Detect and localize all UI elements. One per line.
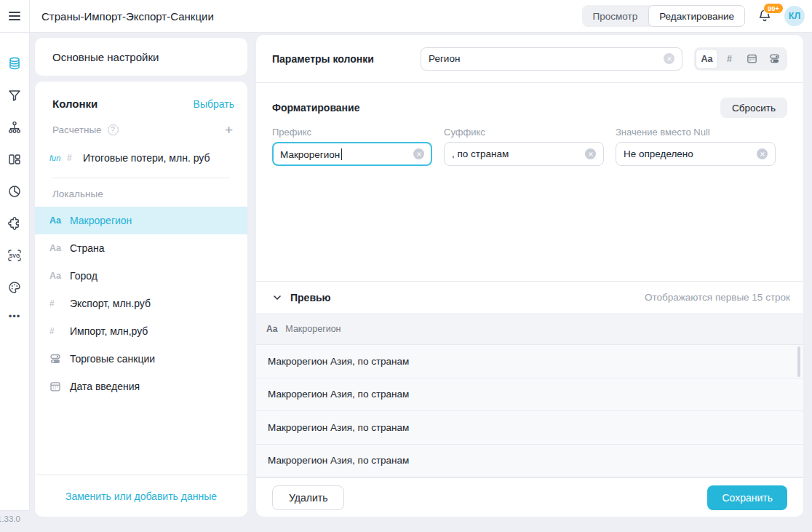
suffix-field: Суффикс , по странам [444, 127, 604, 166]
prefix-field: Префикс Макрорегион [272, 127, 432, 166]
calculated-label: Расчетные [52, 124, 102, 135]
column-item-label: Дата введения [70, 381, 140, 392]
formatting-header: Форматирование Сбросить [272, 98, 787, 118]
select-columns-link[interactable]: Выбрать [194, 98, 234, 110]
type-text-option[interactable]: Aa [696, 49, 718, 69]
text-type-icon: Aa [49, 271, 61, 281]
plugin-puzzle-icon[interactable] [0, 207, 30, 239]
general-settings-label: Основные настройки [52, 51, 159, 63]
column-item-label: Экспорт, млн.руб [70, 298, 151, 309]
type-date-option[interactable] [741, 49, 763, 69]
column-item-import[interactable]: # Импорт, млн,руб [35, 317, 247, 345]
number-type-icon: # [49, 326, 65, 336]
hamburger-menu-icon[interactable] [9, 12, 20, 20]
page-title: Страны-Импорт-Экспорт-Санкции [41, 10, 214, 23]
column-item-eksport[interactable]: # Экспорт, млн.руб [35, 290, 247, 317]
column-params-title: Параметры колонки [272, 53, 418, 65]
boolean-type-icon [49, 353, 67, 365]
reset-button[interactable]: Сбросить [720, 98, 787, 118]
preview-header: Превью Отображаются первые 15 строк [272, 282, 790, 313]
chevron-down-icon[interactable] [272, 293, 282, 303]
notification-badge: 99+ [763, 3, 784, 14]
preview-row: Макрорегион Азия, по странам [256, 445, 803, 478]
topbar-actions: Просмотр Редактирование 99+ КЛ [582, 5, 805, 27]
formatting-title: Форматирование [272, 102, 359, 114]
column-item-label: Импорт, млн,руб [70, 325, 148, 337]
dataset-icon[interactable] [0, 47, 30, 79]
column-name-input[interactable]: Регион [421, 47, 682, 71]
preview-row: Макрорегион Азия, по странам [256, 411, 803, 445]
calculated-section-row: Расчетные ? + [35, 110, 247, 137]
text-type-icon: Aa [49, 243, 61, 253]
preview-row: Макрорегион Азия, по странам [256, 345, 803, 378]
prefix-input[interactable]: Макрорегион [272, 142, 432, 166]
pie-chart-icon[interactable] [0, 175, 30, 207]
preview-table: Aa Макрорегион Макрорегион Азия, по стра… [256, 313, 803, 477]
more-tools-button[interactable]: ••• [9, 311, 21, 322]
number-type-icon: # [67, 153, 83, 163]
column-item-data-vvedeniya[interactable]: Дата введения [35, 373, 247, 400]
layout-icon[interactable] [0, 143, 30, 175]
preview-column-header: Aa Макрорегион [256, 313, 803, 345]
calculated-column-label: Итоговые потери, млн. руб [83, 152, 210, 164]
save-button[interactable]: Сохранить [707, 485, 787, 510]
preview-note: Отображаются первые 15 строк [645, 292, 790, 303]
general-settings-card[interactable]: Основные настройки [35, 38, 247, 76]
suffix-input[interactable]: , по странам [444, 142, 604, 166]
hierarchy-icon[interactable] [0, 111, 30, 143]
add-calculated-column-button[interactable]: + [225, 123, 233, 137]
view-mode-button[interactable]: Просмотр [582, 5, 649, 27]
clear-icon[interactable] [664, 53, 674, 64]
column-item-label: Макрорегион [70, 215, 132, 226]
null-value: Не определено [624, 148, 693, 159]
text-type-icon: Aa [49, 215, 61, 226]
columns-title: Колонки [52, 98, 97, 110]
prefix-value: Макрорегион [280, 148, 342, 160]
svg-text:SVG: SVG [9, 253, 20, 258]
user-avatar[interactable]: КЛ [784, 6, 805, 26]
columns-card: Колонки Выбрать Расчетные ? + fun # Итог… [35, 82, 247, 517]
clear-icon[interactable] [585, 148, 596, 159]
delete-button[interactable]: Удалить [272, 485, 344, 510]
null-value-field: Значение вместо Null Не определено [616, 127, 776, 166]
left-icon-rail: SVG ••• [0, 33, 30, 511]
formatting-fields: Префикс Макрорегион Суффикс , по странам… [272, 127, 776, 166]
null-value-input[interactable]: Не определено [616, 142, 776, 166]
top-bar: Страны-Импорт-Экспорт-Санкции Просмотр Р… [0, 0, 812, 33]
edit-mode-button[interactable]: Редактирование [648, 5, 745, 27]
preview-title: Превью [290, 292, 331, 303]
column-item-gorod[interactable]: Aa Город [35, 262, 247, 290]
column-item-label: Страна [70, 242, 105, 254]
filter-icon[interactable] [0, 79, 30, 111]
mode-switch: Просмотр Редактирование [582, 5, 746, 27]
type-number-option[interactable]: # [718, 49, 741, 69]
local-columns-label: Локальные [35, 178, 247, 207]
column-type-switch: Aa # [694, 47, 787, 71]
clear-icon[interactable] [413, 148, 424, 159]
calculated-column-item[interactable]: fun # Итоговые потери, млн. руб [35, 144, 247, 172]
help-icon[interactable]: ? [108, 124, 119, 135]
text-cursor [341, 148, 342, 160]
formula-icon: fun [49, 154, 67, 162]
column-item-sankcii[interactable]: Торговые санкции [35, 345, 247, 373]
palette-icon[interactable] [0, 271, 30, 303]
replace-data-row[interactable]: Заменить или добавить данные [35, 475, 247, 517]
type-boolean-option[interactable] [763, 49, 786, 69]
menu-cell [0, 0, 30, 32]
number-type-icon: # [49, 298, 65, 309]
suffix-value: , по странам [452, 148, 509, 159]
null-value-label: Значение вместо Null [616, 127, 776, 138]
panel-footer: Удалить Сохранить [256, 477, 803, 517]
preview-column-name: Макрорегион [285, 324, 341, 334]
suffix-label: Суффикс [444, 127, 604, 138]
notifications-button[interactable]: 99+ [757, 8, 773, 24]
column-item-makroregion[interactable]: Aa Макрорегион [35, 207, 247, 234]
clear-icon[interactable] [757, 148, 768, 159]
svg-export-icon[interactable]: SVG [0, 239, 30, 271]
text-type-icon: Aa [266, 324, 277, 334]
prefix-label: Префикс [272, 127, 432, 138]
preview-scrollbar[interactable] [797, 346, 800, 377]
column-item-strana[interactable]: Aa Страна [35, 234, 247, 262]
boolean-icon [769, 53, 780, 64]
column-item-label: Город [70, 270, 97, 282]
